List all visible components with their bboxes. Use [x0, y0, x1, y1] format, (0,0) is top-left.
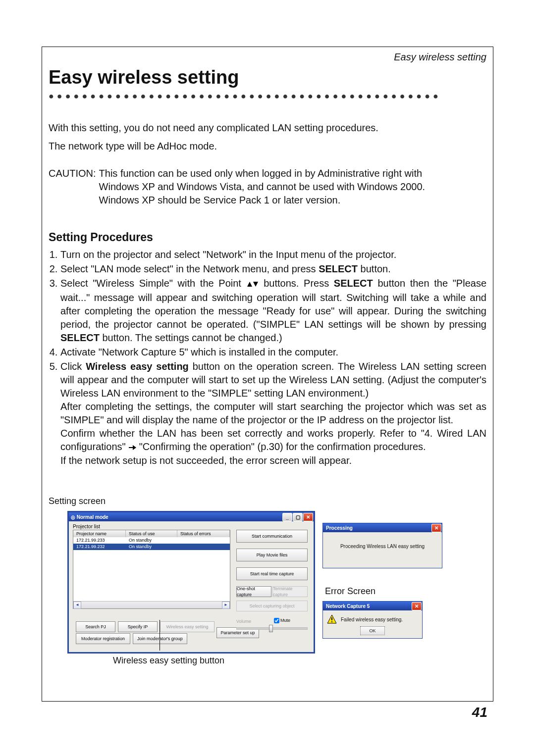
table-row[interactable]: 172.21.99.233 On standby [73, 537, 230, 544]
one-shot-capture-button[interactable]: One-shot capture [236, 586, 271, 597]
caution-l1: This function can be used only when logg… [99, 168, 423, 179]
window-title: Normal mode [77, 514, 108, 521]
svg-rect-5 [331, 617, 332, 620]
volume-slider-thumb[interactable] [269, 625, 273, 632]
col-projector-name[interactable]: Projector name [73, 530, 126, 537]
app-icon: ◎ [71, 514, 75, 521]
mute-checkbox-input[interactable] [274, 618, 279, 623]
scroll-left-button[interactable]: ◄ [73, 602, 81, 609]
step-5g: If the network setup is not succeeded, t… [60, 455, 352, 466]
processing-title: Processing [326, 525, 353, 532]
step-5a: Click [60, 361, 86, 372]
intro-p2: The network type will be AdHoc mode. [49, 140, 486, 153]
setting-procedures-heading: Setting Procedures [49, 230, 486, 245]
moderator-registration-button[interactable]: Moderator registration [76, 633, 130, 644]
intro-p1: With this setting, you do not need any c… [49, 121, 486, 135]
button-caption: Wireless easy setting button [113, 655, 224, 666]
step-3b: buttons. Press [259, 278, 334, 289]
dot-rule: ●●●●●●●●●●●●●●●●●●●●●●●●●●●●●●●●●●●●●●●●… [49, 91, 486, 101]
error-dialog: Network Capture 5 ✕ Failed wireless easy… [322, 601, 423, 639]
projector-list-label: Projector list [73, 523, 100, 530]
step-4: Activate "Network Capture 5" which is in… [60, 346, 486, 359]
processing-close-button[interactable]: ✕ [431, 524, 441, 532]
page-title: Easy wireless setting [49, 67, 490, 88]
step-3a: Select "Wireless Simple" with the Point [60, 278, 246, 289]
running-head: Easy wireless setting [45, 51, 486, 63]
table-row-selected[interactable]: 172.21.99.232 On standby [73, 544, 230, 550]
join-moderators-group-button[interactable]: Join moderator's group [133, 633, 187, 644]
step-2c: button. [358, 263, 391, 274]
maximize-button[interactable]: ▢ [293, 513, 303, 521]
page-number: 41 [472, 705, 487, 720]
window-titlebar[interactable]: ◎ Normal mode _ ▢ ✕ [69, 512, 314, 521]
terminate-capture-button: Terminate capture [272, 586, 308, 597]
setting-screen-label: Setting screen [49, 495, 486, 507]
list-header: Projector name Status of use Status of e… [73, 530, 230, 537]
volume-label: Volume [236, 618, 251, 624]
step-3-sel1: SELECT [334, 278, 373, 289]
step-5b: Wireless easy setting [86, 361, 189, 372]
processing-dialog: Processing ✕ Proceeding Wireless LAN eas… [322, 523, 442, 568]
caution-label: CAUTION: [49, 167, 96, 207]
setting-screen-window: ◎ Normal mode _ ▢ ✕ Projector list Proje… [67, 511, 315, 654]
col-status-errors[interactable]: Status of errors [177, 530, 230, 537]
close-button[interactable]: ✕ [303, 513, 313, 521]
caution-l3: Windows XP should be Service Pack 1 or l… [99, 195, 341, 205]
step-3-sel2: SELECT [60, 332, 100, 343]
error-titlebar[interactable]: Network Capture 5 ✕ [323, 602, 422, 610]
processing-text: Proceeding Wireless LAN easy setting [323, 543, 442, 550]
start-communication-button[interactable]: Start communication [236, 530, 308, 543]
step-1: Turn on the projector and select "Networ… [60, 248, 486, 261]
step-5: Click Wireless easy setting button on th… [60, 360, 486, 467]
callout-line [160, 620, 160, 651]
caution-l2: Windows XP and Windows Vista, and cannot… [99, 181, 426, 192]
warning-icon [327, 614, 337, 624]
caution-block: CAUTION: This function can be used only … [49, 167, 486, 207]
svg-marker-1 [253, 282, 258, 287]
wireless-easy-setting-button[interactable]: Wireless easy setting [160, 621, 214, 632]
projector-list[interactable]: Projector name Status of use Status of e… [73, 530, 230, 609]
svg-rect-6 [331, 621, 332, 622]
svg-marker-0 [247, 282, 252, 287]
error-text: Failed wireless easy setting. [341, 616, 403, 623]
select-capturing-object-button: Select capturing object [236, 601, 308, 611]
step-3d: button. The settings cannot be changed.) [100, 332, 282, 343]
cell-use: On standby [126, 544, 177, 550]
step-2a: Select "LAN mode select" in the Network … [60, 263, 319, 274]
play-movie-files-button[interactable]: Play Movie files [236, 549, 308, 561]
ok-button[interactable]: OK [360, 626, 385, 635]
step-5d: After completing the settings, the compu… [60, 401, 486, 425]
mute-label: Mute [280, 617, 290, 623]
col-status-use[interactable]: Status of use [126, 530, 177, 537]
minimize-button[interactable]: _ [282, 513, 292, 521]
cell-name: 172.21.99.232 [73, 544, 126, 550]
arrow-right-icon [128, 441, 136, 454]
specify-ip-button[interactable]: Specify IP [118, 621, 158, 632]
start-real-time-capture-button[interactable]: Start real time capture [236, 567, 308, 580]
error-screen-label: Error Screen [325, 585, 375, 597]
mute-checkbox[interactable]: Mute [274, 617, 290, 623]
processing-titlebar[interactable]: Processing ✕ [323, 523, 442, 532]
step-2: Select "LAN mode select" in the Network … [60, 262, 486, 276]
cell-name: 172.21.99.233 [73, 537, 126, 544]
cell-use: On standby [126, 537, 177, 544]
error-close-button[interactable]: ✕ [412, 602, 422, 610]
step-2b: SELECT [319, 263, 358, 274]
horizontal-scrollbar[interactable]: ◄ ► [73, 601, 230, 608]
step-3: Select "Wireless Simple" with the Point … [60, 277, 486, 345]
setting-steps: Turn on the projector and select "Networ… [49, 248, 486, 467]
search-pj-button[interactable]: Search PJ [76, 621, 115, 632]
error-title: Network Capture 5 [326, 603, 370, 610]
scroll-right-button[interactable]: ► [222, 602, 230, 609]
step-5f: "Confirming the operation" (p.30) for th… [136, 441, 426, 452]
up-down-arrow-icon [246, 278, 259, 291]
